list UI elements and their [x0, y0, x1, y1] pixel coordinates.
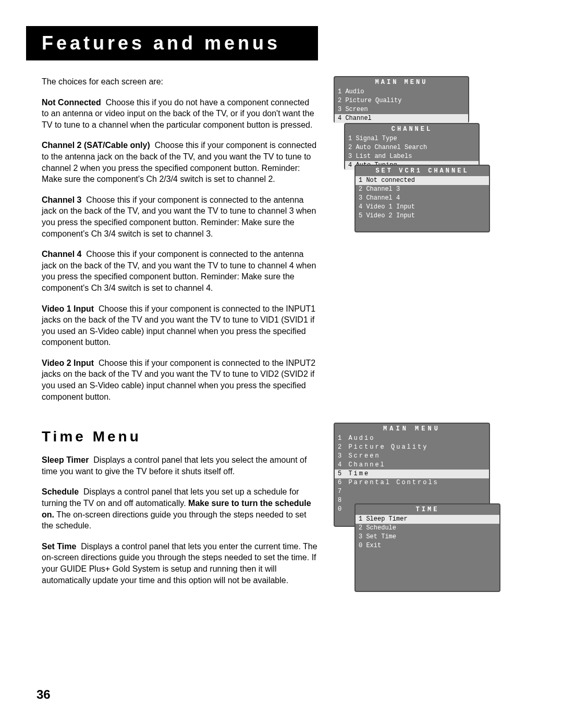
para-sleep-timer: Sleep Timer Displays a control panel tha…: [42, 454, 318, 477]
para-not-connected: Not Connected Choose this if you do not …: [42, 97, 318, 131]
label-video1: Video 1 Input: [42, 304, 94, 313]
para-set-time: Set Time Displays a control panel that l…: [42, 541, 318, 586]
menu-item: 3 Screen: [335, 452, 489, 461]
body-column: The choices for each screen are: Not Con…: [26, 76, 318, 595]
vcr1-menu-panel: SET VCR1 CHANNEL 1 Not connected 2 Chann…: [354, 165, 490, 232]
menu-item: 6 Parental Controls: [335, 478, 489, 487]
vcr1-menu-title: SET VCR1 CHANNEL: [356, 166, 489, 176]
intro-text: The choices for each screen are:: [42, 76, 318, 88]
label-video2: Video 2 Input: [42, 359, 94, 367]
para-channel3: Channel 3 Choose this if your component …: [42, 194, 318, 239]
menu-item: 2 Auto Channel Search: [345, 143, 479, 152]
menu-item: 4 Channel: [335, 461, 489, 470]
main-menu-title-2: MAIN MENU: [335, 424, 489, 434]
menu-item: 2 Picture Quality: [335, 443, 489, 452]
page-title: Features and menus: [26, 26, 318, 60]
text-schedule-2: The on-screen directions guide you throu…: [42, 510, 307, 530]
menu-item: 2 Schedule: [356, 524, 499, 533]
label-sleep-timer: Sleep Timer: [42, 455, 89, 464]
menu-item-selected: 1 Sleep Timer: [356, 515, 499, 524]
time-menu-panel: TIME 1 Sleep Timer 2 Schedule 3 Set Time…: [354, 503, 500, 592]
channel-menu-title: CHANNEL: [345, 124, 479, 134]
menu-stack-time: MAIN MENU 1 Audio 2 Picture Quality 3 Sc…: [334, 423, 532, 589]
menu-item: 3 Set Time: [356, 533, 499, 541]
menu-item: 3 Channel 4: [356, 194, 489, 203]
menu-item: 7: [335, 487, 489, 496]
menu-item: 4 Video 1 Input: [356, 203, 489, 212]
text-channel3: Choose this if your component is connect…: [42, 195, 316, 238]
para-channel2: Channel 2 (SAT/Cable only) Choose this i…: [42, 140, 318, 184]
menu-item: 3 Screen: [335, 105, 468, 114]
label-channel4: Channel 4: [42, 250, 81, 258]
channel-menu-panel: CHANNEL 1 Signal Type 2 Auto Channel Sea…: [344, 123, 480, 170]
menu-item: 0 Exit: [356, 541, 499, 550]
time-menu-heading: Time Menu: [42, 428, 318, 445]
label-not-connected: Not Connected: [42, 98, 101, 107]
label-channel2: Channel 2 (SAT/Cable only): [42, 141, 150, 150]
para-channel4: Channel 4 Choose this if your component …: [42, 249, 318, 293]
label-channel3: Channel 3: [42, 195, 81, 204]
menu-item: 1 Audio: [335, 88, 468, 96]
menu-item: 3 List and Labels: [345, 152, 479, 161]
para-schedule: Schedule Displays a control panel that l…: [42, 486, 318, 531]
main-menu-panel: MAIN MENU 1 Audio 2 Picture Quality 3 Sc…: [334, 76, 469, 123]
menu-item-selected: 4 Channel: [335, 114, 468, 123]
menu-item: 1 Audio: [335, 434, 489, 443]
menu-item-selected: 1 Not connected: [356, 176, 489, 185]
menu-stack-channel: MAIN MENU 1 Audio 2 Picture Quality 3 Sc…: [334, 76, 532, 243]
label-schedule: Schedule: [42, 487, 79, 496]
main-menu-title: MAIN MENU: [335, 77, 468, 88]
para-video1: Video 1 Input Choose this if your compon…: [42, 303, 318, 348]
time-menu-title: TIME: [356, 504, 499, 515]
menu-item-selected: 5 Time: [335, 470, 489, 478]
screenshots-column: MAIN MENU 1 Audio 2 Picture Quality 3 Sc…: [334, 76, 532, 595]
menu-item: 5 Video 2 Input: [356, 212, 489, 220]
label-set-time: Set Time: [42, 542, 76, 551]
page-number: 36: [36, 687, 51, 702]
menu-item: 1 Signal Type: [345, 134, 479, 143]
text-set-time: Displays a control panel that lets you e…: [42, 542, 317, 585]
text-channel4: Choose this if your component is connect…: [42, 250, 316, 292]
menu-item: 2 Channel 3: [356, 185, 489, 194]
para-video2: Video 2 Input Choose this if your compon…: [42, 357, 318, 402]
menu-item: 2 Picture Quality: [335, 96, 468, 105]
